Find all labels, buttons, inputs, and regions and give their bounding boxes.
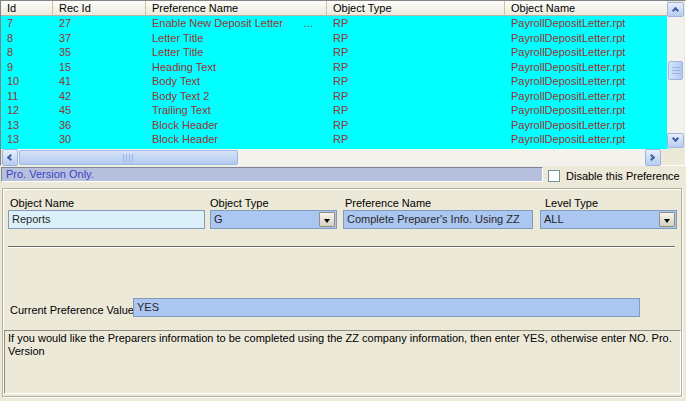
cell-rec-id: 35 bbox=[53, 45, 146, 60]
vertical-scrollbar[interactable] bbox=[667, 2, 684, 148]
cell-object-type: RP bbox=[327, 31, 505, 46]
table-row[interactable]: 13 36 Block Header RP PayrollDepositLett… bbox=[1, 118, 668, 133]
cell-preference-name: Enable New Deposit Letter... bbox=[146, 16, 327, 31]
cell-object-name: PayrollDepositLetter.rpt bbox=[505, 16, 668, 31]
cell-rec-id: 37 bbox=[53, 31, 146, 46]
disable-preference-label[interactable]: Disable this Preference bbox=[566, 170, 680, 182]
preference-name-text: Block Header bbox=[152, 132, 218, 147]
thumb-grip-icon bbox=[672, 67, 681, 75]
cell-object-type: RP bbox=[327, 45, 505, 60]
cell-object-type: RP bbox=[327, 132, 505, 147]
cell-id: 9 bbox=[1, 60, 53, 75]
table-body: 7 27 Enable New Deposit Letter... RP Pay… bbox=[1, 16, 668, 149]
cell-id: 8 bbox=[1, 45, 53, 60]
column-header-object-type[interactable]: Object Type bbox=[327, 1, 505, 16]
table-row[interactable]: 9 15 Heading Text RP PayrollDepositLette… bbox=[1, 60, 668, 75]
cell-preference-name: Body Text bbox=[146, 74, 327, 89]
cell-object-type: RP bbox=[327, 74, 505, 89]
object-name-label: Object Name bbox=[10, 197, 74, 209]
table-row[interactable]: 8 35 Letter Title RP PayrollDepositLette… bbox=[1, 45, 668, 60]
dropdown-arrow-icon[interactable] bbox=[659, 212, 675, 227]
cell-object-name: PayrollDepositLetter.rpt bbox=[505, 103, 668, 118]
truncation-dots: ... bbox=[304, 16, 313, 31]
scroll-up-button[interactable] bbox=[667, 2, 684, 17]
current-preference-value-label: Current Preference Value bbox=[10, 304, 134, 316]
chevron-right-icon bbox=[648, 154, 655, 161]
preference-name-label: Preference Name bbox=[345, 197, 431, 209]
cell-object-name: PayrollDepositLetter.rpt bbox=[505, 31, 668, 46]
scroll-left-button[interactable] bbox=[2, 149, 18, 166]
preference-name-text: Trailing Text bbox=[152, 103, 211, 118]
preference-name-input[interactable]: Complete Preparer's Info. Using ZZ bbox=[343, 210, 533, 229]
section-divider bbox=[8, 246, 675, 248]
table-row[interactable]: 13 30 Block Header RP PayrollDepositLett… bbox=[1, 132, 668, 147]
level-type-select[interactable]: ALL bbox=[540, 210, 677, 229]
preference-description-box: If you would like the Preparers informat… bbox=[4, 330, 681, 394]
table-row[interactable]: 10 41 Body Text RP PayrollDepositLetter.… bbox=[1, 74, 668, 89]
column-header-id[interactable]: Id bbox=[1, 1, 53, 16]
cell-rec-id: 27 bbox=[53, 16, 146, 31]
preference-name-text: Heading Text bbox=[152, 60, 216, 75]
cell-object-name: PayrollDepositLetter.rpt bbox=[505, 89, 668, 104]
chevron-left-icon bbox=[7, 154, 14, 161]
preference-name-text: Letter Title bbox=[152, 31, 203, 46]
cell-object-name: PayrollDepositLetter.rpt bbox=[505, 132, 668, 147]
table-row[interactable]: 7 27 Enable New Deposit Letter... RP Pay… bbox=[1, 16, 668, 31]
level-type-label: Level Type bbox=[545, 197, 598, 209]
scroll-down-button[interactable] bbox=[667, 133, 684, 148]
cell-id: 12 bbox=[1, 103, 53, 118]
preference-name-text: Body Text bbox=[152, 74, 200, 89]
scroll-right-button[interactable] bbox=[645, 149, 661, 166]
cell-object-name: PayrollDepositLetter.rpt bbox=[505, 74, 668, 89]
cell-id: 13 bbox=[1, 132, 53, 147]
vertical-scroll-thumb[interactable] bbox=[668, 61, 683, 80]
chevron-up-icon bbox=[672, 7, 679, 14]
cell-object-type: RP bbox=[327, 118, 505, 133]
object-type-select[interactable]: G bbox=[210, 210, 337, 229]
object-type-value: G bbox=[211, 211, 336, 225]
horizontal-scrollbar[interactable] bbox=[2, 149, 661, 166]
cell-id: 7 bbox=[1, 16, 53, 31]
chevron-down-icon bbox=[672, 135, 679, 142]
preference-name-text: Letter Title bbox=[152, 45, 203, 60]
level-type-value: ALL bbox=[541, 211, 676, 225]
table-row[interactable]: 11 42 Body Text 2 RP PayrollDepositLette… bbox=[1, 89, 668, 104]
cell-preference-name: Trailing Text bbox=[146, 103, 327, 118]
column-header-rec-id[interactable]: Rec Id bbox=[53, 1, 146, 16]
cell-object-name: PayrollDepositLetter.rpt bbox=[505, 118, 668, 133]
dropdown-arrow-icon[interactable] bbox=[319, 212, 335, 227]
preference-name-text: Enable New Deposit Letter bbox=[152, 16, 283, 31]
cell-object-type: RP bbox=[327, 60, 505, 75]
cell-rec-id: 30 bbox=[53, 132, 146, 147]
table-row[interactable]: 12 45 Trailing Text RP PayrollDepositLet… bbox=[1, 103, 668, 118]
cell-preference-name: Block Header bbox=[146, 132, 327, 147]
cell-preference-name: Letter Title bbox=[146, 31, 327, 46]
status-bar: Pro. Version Only. bbox=[1, 167, 543, 182]
cell-object-type: RP bbox=[327, 89, 505, 104]
cell-id: 11 bbox=[1, 89, 53, 104]
preferences-grid: Id Rec Id Preference Name Object Type Ob… bbox=[0, 0, 686, 166]
cell-id: 8 bbox=[1, 31, 53, 46]
cell-rec-id: 41 bbox=[53, 74, 146, 89]
cell-preference-name: Body Text 2 bbox=[146, 89, 327, 104]
object-name-input[interactable]: Reports bbox=[8, 210, 205, 229]
cell-rec-id: 45 bbox=[53, 103, 146, 118]
cell-id: 13 bbox=[1, 118, 53, 133]
cell-object-type: RP bbox=[327, 16, 505, 31]
preference-name-text: Body Text 2 bbox=[152, 89, 209, 104]
disable-preference-checkbox[interactable] bbox=[548, 170, 560, 182]
cell-object-type: RP bbox=[327, 103, 505, 118]
cell-preference-name: Block Header bbox=[146, 118, 327, 133]
current-preference-value-input[interactable]: YES bbox=[133, 298, 640, 317]
cell-rec-id: 15 bbox=[53, 60, 146, 75]
horizontal-scroll-thumb[interactable] bbox=[19, 150, 238, 165]
cell-object-name: PayrollDepositLetter.rpt bbox=[505, 45, 668, 60]
thumb-grip-icon bbox=[123, 154, 135, 162]
cell-id: 10 bbox=[1, 74, 53, 89]
column-header-preference-name[interactable]: Preference Name bbox=[146, 1, 327, 16]
cell-preference-name: Heading Text bbox=[146, 60, 327, 75]
grid-header-row: Id Rec Id Preference Name Object Type Ob… bbox=[1, 1, 668, 16]
cell-object-name: PayrollDepositLetter.rpt bbox=[505, 60, 668, 75]
column-header-object-name[interactable]: Object Name bbox=[505, 1, 668, 16]
table-row[interactable]: 8 37 Letter Title RP PayrollDepositLette… bbox=[1, 31, 668, 46]
